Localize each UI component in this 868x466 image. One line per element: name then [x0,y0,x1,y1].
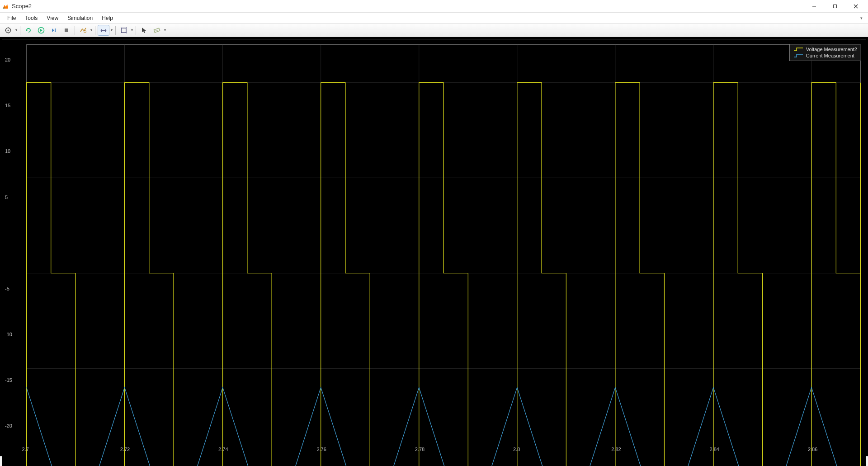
svg-rect-27 [2,39,866,466]
zoom-x-button[interactable] [98,25,109,36]
x-tick-label: 2.76 [316,447,326,452]
configure-button[interactable] [2,25,14,36]
y-tick-label: -5 [5,286,9,291]
svg-rect-23 [154,28,160,33]
y-tick-label: -20 [5,423,12,428]
toolbar-separator [136,26,136,35]
scope-window: Scope2 File Tools View Simulation Help ▾… [0,0,868,466]
y-tick-label: -10 [5,332,12,337]
toolbar-separator [75,26,75,35]
toolbar-separator [95,26,95,35]
toolbar-separator [115,26,116,35]
x-tick-label: 2.74 [218,447,228,452]
minimize-button[interactable] [804,0,825,13]
x-tick-label: 2.84 [710,447,719,452]
zoom-x-dropdown-icon[interactable]: ▾ [110,28,113,32]
y-tick-label: 20 [5,57,10,62]
svg-rect-1 [834,5,837,8]
measurements-dropdown-icon[interactable]: ▾ [163,28,167,32]
legend[interactable]: Voltage Measurement2 Current Measurement [789,44,861,61]
y-tick-label: 10 [5,148,10,154]
highlight-signal-button[interactable] [77,25,89,36]
svg-rect-14 [55,29,56,32]
svg-rect-18 [122,28,126,33]
menu-tools[interactable]: Tools [20,14,42,22]
legend-label-current: Current Measurement [806,53,854,58]
stop-button[interactable] [61,25,72,36]
svg-marker-13 [52,29,54,32]
titlebar: Scope2 [0,0,868,13]
menu-file[interactable]: File [3,14,20,22]
maximize-button[interactable] [825,0,845,13]
y-tick-label: 5 [5,195,8,200]
x-tick-label: 2.7 [22,447,29,452]
window-title: Scope2 [12,3,32,10]
step-forward-button[interactable] [48,25,60,36]
restart-button[interactable] [23,25,34,36]
cursor-measurements-button[interactable] [138,25,150,36]
plot-frame[interactable]: -20-15-10-55101520 2.72.722.742.762.782.… [2,39,866,454]
x-tick-label: 2.82 [611,447,621,452]
menu-help[interactable]: Help [97,14,118,22]
toolbar-separator [20,26,20,35]
svg-point-16 [84,30,86,33]
configure-dropdown-icon[interactable]: ▾ [14,28,18,32]
legend-item-current[interactable]: Current Measurement [793,52,857,59]
toolbar: ▾ ▾ ▾ ▾ ▾ [0,24,868,37]
y-tick-label: -15 [5,377,12,383]
menubar: File Tools View Simulation Help ▾ [0,13,868,24]
x-tick-label: 2.86 [808,447,817,452]
close-button[interactable] [845,0,866,13]
menu-simulation[interactable]: Simulation [63,14,97,22]
legend-swatch-voltage [793,47,803,52]
svg-point-5 [8,29,9,31]
autoscale-button[interactable] [118,25,130,36]
matlab-icon [2,3,9,10]
svg-marker-12 [40,29,42,32]
x-tick-label: 2.8 [513,447,520,452]
measurements-button[interactable] [151,25,163,36]
menu-view[interactable]: View [42,14,63,22]
scope-plot[interactable] [2,39,866,466]
y-tick-label: 15 [5,103,10,108]
run-button[interactable] [35,25,47,36]
scope-area: -20-15-10-55101520 2.72.722.742.762.782.… [0,37,868,456]
menubar-overflow-icon[interactable]: ▾ [860,16,865,20]
legend-label-voltage: Voltage Measurement2 [806,47,857,52]
highlight-dropdown-icon[interactable]: ▾ [90,28,93,32]
legend-swatch-current [793,53,803,58]
svg-rect-15 [65,29,68,32]
legend-item-voltage[interactable]: Voltage Measurement2 [793,46,857,52]
x-tick-label: 2.72 [120,447,130,452]
autoscale-dropdown-icon[interactable]: ▾ [130,28,134,32]
x-tick-label: 2.78 [415,447,425,452]
